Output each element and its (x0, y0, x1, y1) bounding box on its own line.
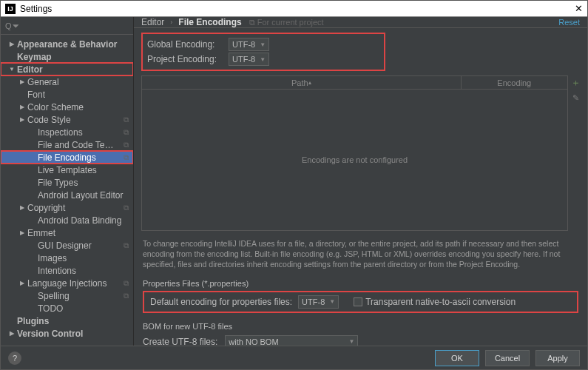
arrow-spacer (29, 166, 36, 174)
window-title: Settings (20, 4, 52, 14)
arrow-spacer (29, 217, 36, 224)
arrow-spacer (29, 141, 36, 149)
edit-icon[interactable]: ✎ (570, 92, 581, 104)
project-scope-icon: ⧉ (124, 292, 129, 300)
table-tools: ＋ ✎ (568, 75, 583, 231)
arrow-spacer (29, 267, 36, 275)
sidebar-item-color-scheme[interactable]: ▶Color Scheme (1, 101, 133, 113)
breadcrumb-root: Editor (141, 17, 164, 27)
arrow-spacer (29, 255, 36, 262)
sidebar-item-file-and-code-templates[interactable]: File and Code Templates⧉ (1, 138, 133, 151)
global-encoding-combo[interactable]: UTF-8▼ (229, 38, 269, 51)
sidebar-item-font[interactable]: Font (1, 88, 133, 101)
project-encoding-combo[interactable]: UTF-8▼ (229, 53, 269, 66)
create-utf8-label: Create UTF-8 files: (143, 337, 217, 346)
arrow-spacer (8, 317, 16, 325)
bom-combo[interactable]: with NO BOM▼ (225, 335, 358, 346)
encoding-settings-block: Global Encoding: UTF-8▼ Project Encoding… (141, 33, 385, 71)
sidebar-item-file-encodings[interactable]: File Encodings⧉ (1, 151, 133, 164)
sidebar-item-label: Images (38, 253, 129, 263)
sidebar-item-appearance-behavior[interactable]: ▶Appearance & Behavior (1, 38, 133, 50)
titlebar: IJ Settings ✕ (1, 1, 587, 17)
sidebar-item-android-data-binding[interactable]: Android Data Binding (1, 214, 133, 226)
sidebar-item-android-layout-editor[interactable]: Android Layout Editor (1, 189, 133, 201)
sidebar-item-file-types[interactable]: File Types (1, 176, 133, 189)
sidebar-item-label: Plugins (17, 316, 129, 326)
global-encoding-label: Global Encoding: (147, 39, 229, 50)
sidebar-item-editor[interactable]: ▼Editor (1, 63, 133, 75)
arrow-spacer (29, 192, 36, 199)
properties-encoding-combo[interactable]: UTF-8▼ (298, 295, 339, 309)
sidebar-item-live-templates[interactable]: Live Templates (1, 164, 133, 176)
checkbox-icon[interactable] (354, 297, 362, 306)
settings-tree: ▶Appearance & BehaviorKeymap▼Editor▶Gene… (1, 35, 133, 346)
sidebar-item-gui-designer[interactable]: GUI Designer⧉ (1, 239, 133, 252)
reset-button[interactable]: Reset (558, 18, 580, 27)
caret-down-icon: ▼ (348, 338, 354, 345)
sidebar-item-label: Spelling (38, 291, 121, 301)
help-button[interactable]: ? (8, 352, 21, 365)
arrow-spacer (29, 242, 36, 249)
encoding-table: Path Encoding Encodings are not configur… (141, 75, 568, 231)
search-input[interactable]: Q⏷ (1, 17, 133, 35)
app-icon: IJ (5, 4, 16, 14)
sidebar-item-spelling[interactable]: Spelling⧉ (1, 289, 133, 302)
arrow-spacer (29, 129, 36, 136)
sidebar-item-language-injections[interactable]: ▶Language Injections⧉ (1, 277, 133, 289)
project-scope-icon: ⧉ (124, 128, 129, 137)
sidebar-item-label: Live Templates (38, 165, 129, 175)
sidebar-item-images[interactable]: Images (1, 252, 133, 264)
caret-down-icon: ▼ (260, 41, 266, 48)
sidebar-item-label: Copyright (27, 203, 121, 213)
chevron-right-icon: › (170, 18, 172, 26)
transparent-checkbox-group[interactable]: Transparent native-to-ascii conversion (354, 297, 516, 307)
sidebar-item-label: Code Style (27, 115, 121, 125)
ok-button[interactable]: OK (435, 350, 479, 366)
sidebar-item-copyright[interactable]: ▶Copyright⧉ (1, 201, 133, 214)
project-scope-label: ⧉ For current project (249, 18, 324, 27)
transparent-label: Transparent native-to-ascii conversion (365, 297, 516, 307)
encoding-column-header[interactable]: Encoding (462, 76, 568, 89)
sidebar-item-todo[interactable]: TODO (1, 302, 133, 314)
sidebar-item-label: TODO (38, 303, 129, 314)
project-scope-icon: ⧉ (124, 241, 129, 250)
sidebar-item-intentions[interactable]: Intentions (1, 264, 133, 277)
chevron-right-icon: ▶ (18, 280, 26, 287)
sidebar-item-label: GUI Designer (38, 240, 121, 251)
sidebar-item-label: Appearance & Behavior (17, 39, 129, 50)
sidebar-item-code-style[interactable]: ▶Code Style⧉ (1, 113, 133, 126)
chevron-right-icon: ▶ (18, 78, 26, 86)
sidebar-item-emmet[interactable]: ▶Emmet (1, 226, 133, 239)
arrow-spacer (8, 53, 16, 61)
cancel-button[interactable]: Cancel (485, 350, 530, 366)
arrow-spacer (29, 154, 36, 161)
add-icon[interactable]: ＋ (570, 77, 581, 89)
properties-default-label: Default encoding for properties files: (150, 297, 292, 307)
sidebar-item-label: Version Control (17, 329, 129, 339)
sidebar-item-label: General (27, 77, 129, 87)
caret-down-icon: ▼ (260, 56, 266, 63)
chevron-right-icon: ▶ (8, 41, 16, 48)
arrow-spacer (18, 91, 26, 98)
sidebar-item-plugins[interactable]: Plugins (1, 314, 133, 327)
path-column-header[interactable]: Path (142, 76, 462, 89)
chevron-down-icon: ▼ (8, 66, 16, 73)
sidebar-item-label: Android Data Binding (38, 215, 129, 226)
sidebar-item-label: Emmet (27, 228, 129, 238)
project-scope-icon: ⧉ (124, 115, 129, 124)
sidebar-item-label: File Encodings (38, 152, 121, 163)
sidebar-item-keymap[interactable]: Keymap (1, 50, 133, 63)
sidebar-item-version-control[interactable]: ▶Version Control (1, 327, 133, 340)
footer: ? OK Cancel Apply (1, 346, 587, 369)
sidebar-item-label: File Types (38, 178, 129, 188)
sidebar-item-general[interactable]: ▶General (1, 75, 133, 88)
properties-section-label: Properties Files (*.properties) (143, 279, 578, 288)
apply-button[interactable]: Apply (535, 350, 580, 366)
properties-files-block: Default encoding for properties files: U… (143, 291, 578, 313)
sidebar-item-label: Language Injections (27, 278, 121, 289)
close-icon[interactable]: ✕ (575, 3, 583, 14)
arrow-spacer (29, 292, 36, 300)
chevron-right-icon: ▶ (18, 104, 26, 111)
sidebar-item-inspections[interactable]: Inspections⧉ (1, 126, 133, 138)
bom-section-label: BOM for new UTF-8 files (143, 322, 578, 331)
